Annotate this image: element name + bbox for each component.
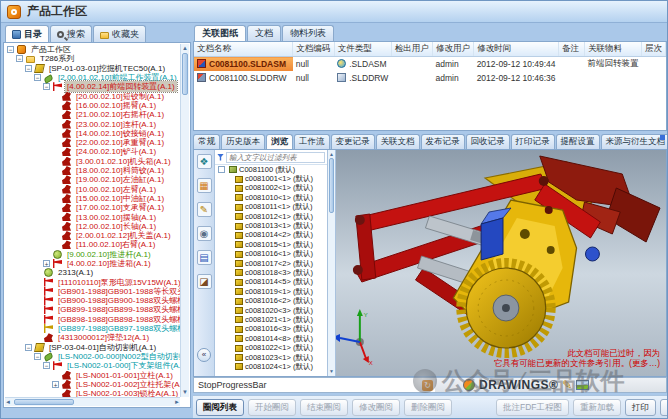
tree-node[interactable]: +[4.00.02.10]推进箱(A.1)	[5, 259, 180, 268]
component-node[interactable]: c0081020<3> (默认)	[215, 306, 327, 315]
directory-tab[interactable]: 目录	[5, 25, 49, 42]
component-node[interactable]: C0081100 (默认)	[215, 165, 327, 174]
3d-viewer[interactable]: Y X Z 此文档可能已过时，因为 它具有可能已更新的文件参考引用。(更多…)	[336, 150, 666, 376]
collapse-panel-button[interactable]: «	[197, 348, 211, 362]
scroll-left-icon[interactable]: ◄	[5, 398, 11, 407]
material-list-tab[interactable]: 物料列表	[282, 25, 334, 41]
recycle-records-tab[interactable]: 回收记录	[466, 134, 510, 149]
detail-tab-strip: 常规历史版本浏览工作流变更记录关联文档发布记录回收记录打印记录提醒设置来源与衍生…	[193, 132, 667, 149]
source-derived-documents-tab[interactable]: 来源与衍生文档	[601, 134, 668, 149]
component-node[interactable]: c0081013<1> (默认)	[215, 221, 327, 230]
component-node[interactable]: c0081012<1> (默认)	[215, 212, 327, 221]
document-row[interactable]: C0081100.SLDDRWnull.SLDDRWadmin2012-09-1…	[194, 71, 666, 84]
column-header[interactable]: 关联物料	[584, 42, 641, 57]
filter-funnel-icon[interactable]	[217, 154, 224, 161]
expander-icon[interactable]: −	[16, 55, 23, 62]
component-node[interactable]: c0081002<1> (默认)	[215, 184, 327, 193]
component-node[interactable]: c0081016<3> (默认)	[215, 325, 327, 334]
column-header[interactable]: 文件类型	[334, 42, 391, 57]
component-scroll-thumb[interactable]	[329, 158, 334, 213]
reminder-settings-tab[interactable]: 提醒设置	[556, 134, 600, 149]
change-records-tab[interactable]: 变更记录	[331, 134, 375, 149]
component-node[interactable]: c0081019<1> (默认)	[215, 287, 327, 296]
component-node[interactable]: c0081001<1> (默认)	[215, 174, 327, 183]
part-icon	[235, 176, 243, 183]
component-node[interactable]: c0081014<8> (默认)	[215, 334, 327, 343]
component-node[interactable]: c0081016<2> (默认)	[215, 296, 327, 305]
document-cell: C0081100.SLDDRW	[194, 71, 293, 84]
column-header[interactable]: 修改用户	[432, 42, 473, 57]
component-node[interactable]: c0081015<1> (默认)	[215, 240, 327, 249]
component-node[interactable]: c0081021<1> (默认)	[215, 315, 327, 324]
review-list-button[interactable]: 圈阅列表	[196, 399, 244, 416]
print-button[interactable]: 打印	[625, 399, 656, 416]
expander-icon[interactable]: −	[43, 83, 50, 90]
right-panel: 关联图纸文档物料列表 文档名称文档编码文件类型检出用户修改用户修改时间备注关联物…	[193, 25, 667, 418]
print-records-tab[interactable]: 打印记录	[511, 134, 555, 149]
component-node[interactable]: c0081017<2> (默认)	[215, 259, 327, 268]
column-header[interactable]: 层次	[641, 42, 665, 57]
expander-icon[interactable]: −	[34, 353, 41, 360]
history-versions-tab[interactable]: 历史版本	[221, 134, 265, 149]
stamp-icon[interactable]: ◪	[197, 274, 212, 289]
filter-input[interactable]	[226, 152, 325, 163]
browse-panel: ❖▦✎◉▤◪« C0081100 (默认)c0081001<1> (默认)c00…	[193, 149, 667, 377]
window-title: 产品工作区	[27, 3, 87, 20]
tree-horizontal-scrollbar[interactable]: ◄ ►	[5, 397, 180, 406]
component-node[interactable]: c0081016<1> (默认)	[215, 250, 327, 259]
related-drawings-tab[interactable]: 关联图纸	[194, 25, 246, 41]
assembly-structure-icon[interactable]: ❖	[197, 154, 212, 169]
component-node[interactable]: c0081010<1> (默认)	[215, 193, 327, 202]
documents-tab[interactable]: 文档	[247, 25, 281, 41]
sldasm-file-icon	[197, 59, 206, 68]
expander-icon[interactable]	[218, 166, 225, 173]
scroll-down-icon[interactable]: ▼	[328, 367, 335, 376]
component-node[interactable]: c0081023<1> (默认)	[215, 353, 327, 362]
product-workspace-icon	[7, 5, 21, 19]
scroll-right-icon[interactable]: ►	[174, 398, 180, 407]
component-node[interactable]: c0081018<3> (默认)	[215, 268, 327, 277]
tree-node[interactable]: [LS-N002-01-003]锁栓A(A.1)	[5, 389, 180, 397]
component-list-scrollbar[interactable]: ▲ ▼	[328, 150, 336, 376]
viewer-warning-line2[interactable]: 它具有可能已更新的文件参考引用。(更多…)	[494, 358, 660, 368]
publish-records-tab[interactable]: 发布记录	[421, 134, 465, 149]
document-row[interactable]: C0081100.SLDASMnull.SLDASMadmin2012-09-1…	[194, 57, 666, 72]
camera-icon[interactable]: ◉	[197, 226, 212, 241]
tree-node[interactable]: −产品工作区	[5, 45, 180, 54]
tree-hscroll-thumb[interactable]	[14, 399, 74, 405]
browse-tab[interactable]: 浏览	[266, 134, 293, 149]
expander-icon[interactable]: +	[43, 260, 50, 267]
expander-icon[interactable]: −	[43, 362, 50, 369]
component-node[interactable]: c0081014<2> (默认)	[215, 231, 327, 240]
image-icon[interactable]: ▦	[197, 178, 212, 193]
expander-icon[interactable]: −	[34, 74, 41, 81]
scroll-down-icon[interactable]: ▼	[181, 388, 189, 397]
column-header[interactable]: 文档编码	[293, 42, 335, 57]
component-node[interactable]: c0081011<1> (默认)	[215, 203, 327, 212]
general-tab[interactable]: 常规	[193, 134, 220, 149]
component-node[interactable]: c0081022<1> (默认)	[215, 343, 327, 352]
column-header[interactable]: 备注	[559, 42, 585, 57]
document-cell: admin	[432, 71, 473, 84]
related-documents-tab[interactable]: 关联文档	[376, 134, 420, 149]
favorites-tab[interactable]: 收藏夹	[93, 25, 146, 42]
component-node[interactable]: c0081024<1> (默认)	[215, 362, 327, 371]
tree-vscroll-thumb[interactable]	[182, 53, 188, 95]
workflow-tab[interactable]: 工作流	[294, 134, 330, 149]
expander-icon[interactable]: −	[7, 46, 14, 53]
expander-icon[interactable]: +	[52, 381, 59, 388]
column-header[interactable]: 文档名称	[194, 42, 293, 57]
fullscreen-button[interactable]: 全屏	[660, 399, 668, 416]
component-node[interactable]: c0081014<5> (默认)	[215, 278, 327, 287]
expander-icon[interactable]: −	[25, 344, 32, 351]
column-header[interactable]: 修改时间	[474, 42, 559, 57]
markup-pencil-icon[interactable]: ✎	[197, 202, 212, 217]
column-header[interactable]: 检出用户	[391, 42, 432, 57]
scroll-up-icon[interactable]: ▲	[181, 44, 189, 53]
tree-vertical-scrollbar[interactable]: ▲ ▼	[180, 44, 189, 397]
expander-icon[interactable]: −	[25, 65, 32, 72]
document-cell: C0081100.SLDASM	[194, 57, 293, 72]
search-tab[interactable]: 搜索	[50, 25, 92, 42]
layers-icon[interactable]: ▤	[197, 250, 212, 265]
component-list: C0081100 (默认)c0081001<1> (默认)c0081002<1>…	[215, 150, 328, 376]
